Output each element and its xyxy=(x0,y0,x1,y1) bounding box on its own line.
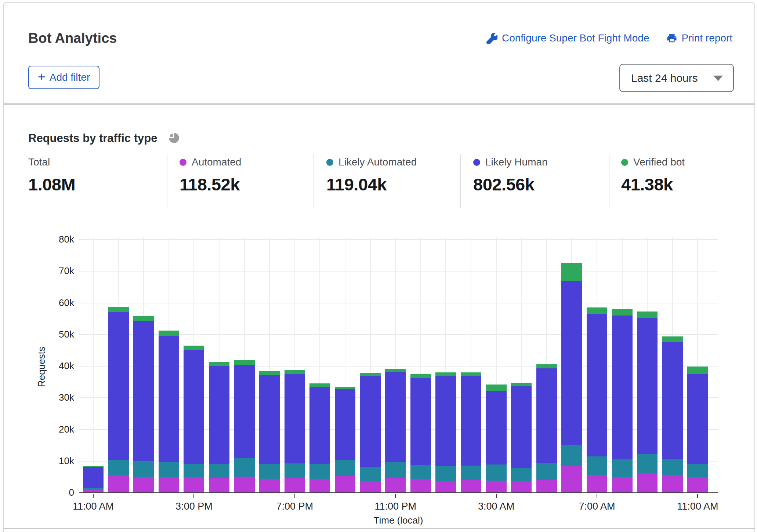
bar-2-00-am-verified-bot[interactable] xyxy=(461,372,481,376)
bar-12-00-am-likely-human[interactable] xyxy=(410,378,431,465)
bar-4-00-am-likely-automated[interactable] xyxy=(511,468,532,481)
bar-6-00-am-verified-bot[interactable] xyxy=(561,263,582,281)
bar-1-00-pm-likely-automated[interactable] xyxy=(133,461,154,477)
bar-8-00-am-likely-automated[interactable] xyxy=(612,459,633,477)
bar-9-00-am-likely-human[interactable] xyxy=(637,318,658,454)
bar-6-00-pm-likely-automated[interactable] xyxy=(259,464,280,479)
bar-7-00-pm-likely-human[interactable] xyxy=(285,374,305,463)
bar-4-00-am-automated[interactable] xyxy=(511,481,532,492)
bar-4-00-pm-automated[interactable] xyxy=(209,478,229,492)
bar-4-00-pm-likely-human[interactable] xyxy=(209,366,229,464)
bar-3-00-pm-likely-human[interactable] xyxy=(184,350,204,464)
bar-12-00-am-verified-bot[interactable] xyxy=(410,374,431,378)
bar-1-00-pm-likely-human[interactable] xyxy=(133,321,154,460)
bar-2-00-am-likely-automated[interactable] xyxy=(461,466,481,480)
bar-2-00-pm-likely-human[interactable] xyxy=(159,336,179,462)
bar-7-00-pm-verified-bot[interactable] xyxy=(285,370,305,374)
bar-5-00-am-verified-bot[interactable] xyxy=(536,364,557,368)
bar-5-00-pm-likely-automated[interactable] xyxy=(234,458,255,477)
bar-11-00-pm-verified-bot[interactable] xyxy=(385,369,406,372)
bar-1-00-pm-automated[interactable] xyxy=(133,477,154,492)
bar-9-00-pm-automated[interactable] xyxy=(335,476,355,492)
bar-2-00-pm-likely-automated[interactable] xyxy=(159,462,179,477)
bar-1-00-am-verified-bot[interactable] xyxy=(435,372,456,376)
bar-8-00-am-likely-human[interactable] xyxy=(612,316,633,459)
bar-6-00-am-likely-automated[interactable] xyxy=(561,445,582,467)
bar-2-00-pm-verified-bot[interactable] xyxy=(159,331,179,336)
bar-11-00-am-likely-human[interactable] xyxy=(83,467,104,488)
bar-6-00-pm-verified-bot[interactable] xyxy=(259,371,280,375)
bar-10-00-pm-likely-human[interactable] xyxy=(360,376,381,467)
bar-5-00-pm-verified-bot[interactable] xyxy=(234,360,255,365)
bar-11-00-am-likely-automated[interactable] xyxy=(83,488,104,490)
bar-10-00-am-automated[interactable] xyxy=(662,475,683,492)
bar-1-00-am-likely-human[interactable] xyxy=(435,376,456,466)
bar-11-00-pm-automated[interactable] xyxy=(385,478,406,492)
stat-likely-automated[interactable]: Likely Automated119.04k xyxy=(326,156,417,194)
bar-12-00-pm-verified-bot[interactable] xyxy=(108,307,129,312)
bar-3-00-pm-likely-automated[interactable] xyxy=(184,464,204,477)
bar-4-00-pm-verified-bot[interactable] xyxy=(209,362,229,366)
bar-1-00-am-likely-automated[interactable] xyxy=(435,466,456,481)
bar-10-00-pm-verified-bot[interactable] xyxy=(360,373,381,376)
bar-3-00-am-verified-bot[interactable] xyxy=(486,385,507,391)
bar-4-00-pm-likely-automated[interactable] xyxy=(209,464,229,478)
bar-10-00-am-verified-bot[interactable] xyxy=(662,336,683,342)
bar-10-00-pm-automated[interactable] xyxy=(360,481,381,492)
bar-3-00-pm-automated[interactable] xyxy=(184,477,204,492)
bar-1-00-pm-verified-bot[interactable] xyxy=(133,316,154,321)
bar-9-00-am-likely-automated[interactable] xyxy=(637,454,658,473)
bar-9-00-am-automated[interactable] xyxy=(637,473,658,492)
bar-11-00-am-likely-human[interactable] xyxy=(687,374,708,464)
bar-10-00-am-likely-automated[interactable] xyxy=(662,459,683,474)
bar-7-00-am-likely-human[interactable] xyxy=(587,314,607,456)
bar-9-00-pm-verified-bot[interactable] xyxy=(335,387,355,389)
bar-11-00-am-verified-bot[interactable] xyxy=(687,367,708,375)
bar-8-00-pm-verified-bot[interactable] xyxy=(309,383,330,387)
bar-7-00-pm-likely-automated[interactable] xyxy=(285,463,305,478)
bar-8-00-pm-automated[interactable] xyxy=(309,479,330,492)
bar-6-00-pm-likely-human[interactable] xyxy=(259,375,280,464)
print-report-link[interactable]: Print report xyxy=(666,32,733,44)
bar-1-00-am-automated[interactable] xyxy=(435,481,456,492)
bar-5-00-am-automated[interactable] xyxy=(536,480,557,492)
bar-11-00-pm-likely-human[interactable] xyxy=(385,372,406,462)
bar-11-00-pm-likely-automated[interactable] xyxy=(385,462,406,478)
bar-8-00-pm-likely-automated[interactable] xyxy=(309,464,330,479)
bar-10-00-am-likely-human[interactable] xyxy=(662,342,683,459)
bar-4-00-am-verified-bot[interactable] xyxy=(511,383,532,386)
bar-7-00-pm-automated[interactable] xyxy=(285,478,305,492)
bar-8-00-pm-likely-human[interactable] xyxy=(309,387,330,464)
bar-11-00-am-verified-bot[interactable] xyxy=(83,466,104,467)
bar-9-00-pm-likely-human[interactable] xyxy=(335,389,355,460)
bar-2-00-am-automated[interactable] xyxy=(461,480,481,492)
bar-12-00-pm-likely-human[interactable] xyxy=(108,312,129,460)
bar-12-00-am-likely-automated[interactable] xyxy=(410,465,431,479)
bar-6-00-am-automated[interactable] xyxy=(561,466,582,492)
bar-7-00-am-automated[interactable] xyxy=(587,475,607,492)
bar-2-00-pm-automated[interactable] xyxy=(159,477,179,492)
time-range-select[interactable]: Last 24 hours xyxy=(619,64,734,92)
bar-3-00-am-likely-automated[interactable] xyxy=(486,464,507,481)
bar-5-00-pm-likely-human[interactable] xyxy=(234,365,255,458)
bar-12-00-pm-automated[interactable] xyxy=(108,475,129,492)
bar-5-00-am-likely-human[interactable] xyxy=(536,368,557,463)
bar-12-00-am-automated[interactable] xyxy=(410,479,431,492)
stat-total[interactable]: Total1.08M xyxy=(28,156,75,194)
bar-7-00-am-likely-automated[interactable] xyxy=(587,456,607,475)
bar-12-00-pm-likely-automated[interactable] xyxy=(108,460,129,475)
bar-11-00-am-automated[interactable] xyxy=(83,490,104,492)
bar-9-00-pm-likely-automated[interactable] xyxy=(335,460,355,476)
bar-8-00-am-automated[interactable] xyxy=(612,477,633,492)
bar-11-00-am-automated[interactable] xyxy=(687,477,708,492)
bar-7-00-am-verified-bot[interactable] xyxy=(587,307,607,314)
bar-5-00-am-likely-automated[interactable] xyxy=(536,463,557,480)
bar-6-00-pm-automated[interactable] xyxy=(259,479,280,492)
bar-5-00-pm-automated[interactable] xyxy=(234,477,255,492)
stat-automated[interactable]: Automated118.52k xyxy=(180,156,241,194)
bar-9-00-am-verified-bot[interactable] xyxy=(637,311,658,318)
bar-3-00-am-automated[interactable] xyxy=(486,481,507,492)
stat-likely-human[interactable]: Likely Human802.56k xyxy=(473,156,548,194)
bar-4-00-am-likely-human[interactable] xyxy=(511,386,532,468)
add-filter-button[interactable]: + Add filter xyxy=(28,66,99,89)
